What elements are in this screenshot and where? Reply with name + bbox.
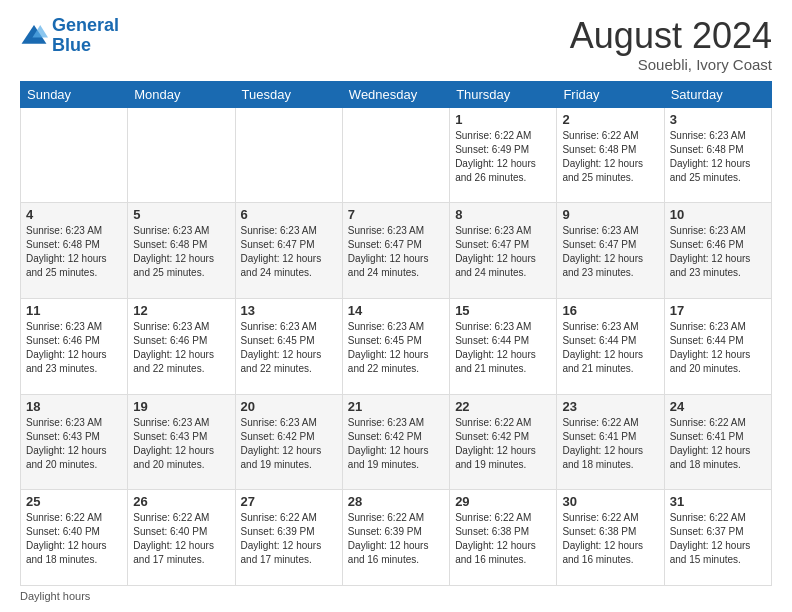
day-number: 2 <box>562 112 658 127</box>
day-info: Sunrise: 6:22 AM Sunset: 6:40 PM Dayligh… <box>133 511 229 567</box>
day-info: Sunrise: 6:22 AM Sunset: 6:39 PM Dayligh… <box>348 511 444 567</box>
day-info: Sunrise: 6:23 AM Sunset: 6:44 PM Dayligh… <box>562 320 658 376</box>
day-number: 20 <box>241 399 337 414</box>
col-header-tuesday: Tuesday <box>235 81 342 107</box>
day-number: 9 <box>562 207 658 222</box>
day-info: Sunrise: 6:23 AM Sunset: 6:48 PM Dayligh… <box>670 129 766 185</box>
calendar-cell: 24Sunrise: 6:22 AM Sunset: 6:41 PM Dayli… <box>664 394 771 490</box>
day-number: 13 <box>241 303 337 318</box>
col-header-monday: Monday <box>128 81 235 107</box>
day-number: 14 <box>348 303 444 318</box>
calendar-table: SundayMondayTuesdayWednesdayThursdayFrid… <box>20 81 772 586</box>
day-number: 11 <box>26 303 122 318</box>
day-info: Sunrise: 6:23 AM Sunset: 6:47 PM Dayligh… <box>455 224 551 280</box>
day-info: Sunrise: 6:23 AM Sunset: 6:46 PM Dayligh… <box>133 320 229 376</box>
day-info: Sunrise: 6:22 AM Sunset: 6:41 PM Dayligh… <box>670 416 766 472</box>
day-number: 27 <box>241 494 337 509</box>
day-info: Sunrise: 6:23 AM Sunset: 6:44 PM Dayligh… <box>455 320 551 376</box>
calendar-cell: 20Sunrise: 6:23 AM Sunset: 6:42 PM Dayli… <box>235 394 342 490</box>
day-number: 31 <box>670 494 766 509</box>
day-info: Sunrise: 6:23 AM Sunset: 6:45 PM Dayligh… <box>241 320 337 376</box>
calendar-cell: 7Sunrise: 6:23 AM Sunset: 6:47 PM Daylig… <box>342 203 449 299</box>
location: Souebli, Ivory Coast <box>570 56 772 73</box>
day-number: 30 <box>562 494 658 509</box>
calendar-cell: 6Sunrise: 6:23 AM Sunset: 6:47 PM Daylig… <box>235 203 342 299</box>
logo: General Blue <box>20 16 119 56</box>
logo-general: General <box>52 15 119 35</box>
day-number: 8 <box>455 207 551 222</box>
day-info: Sunrise: 6:22 AM Sunset: 6:40 PM Dayligh… <box>26 511 122 567</box>
col-header-saturday: Saturday <box>664 81 771 107</box>
day-info: Sunrise: 6:23 AM Sunset: 6:48 PM Dayligh… <box>26 224 122 280</box>
daylight-label: Daylight hours <box>20 590 90 602</box>
day-number: 19 <box>133 399 229 414</box>
logo-icon <box>20 22 48 50</box>
col-header-sunday: Sunday <box>21 81 128 107</box>
calendar-cell: 3Sunrise: 6:23 AM Sunset: 6:48 PM Daylig… <box>664 107 771 203</box>
logo-blue: Blue <box>52 36 119 56</box>
day-info: Sunrise: 6:23 AM Sunset: 6:43 PM Dayligh… <box>26 416 122 472</box>
day-number: 25 <box>26 494 122 509</box>
calendar-cell <box>235 107 342 203</box>
day-number: 6 <box>241 207 337 222</box>
day-number: 10 <box>670 207 766 222</box>
calendar-cell: 26Sunrise: 6:22 AM Sunset: 6:40 PM Dayli… <box>128 490 235 586</box>
calendar-cell: 1Sunrise: 6:22 AM Sunset: 6:49 PM Daylig… <box>450 107 557 203</box>
calendar-week-2: 11Sunrise: 6:23 AM Sunset: 6:46 PM Dayli… <box>21 298 772 394</box>
col-header-wednesday: Wednesday <box>342 81 449 107</box>
day-info: Sunrise: 6:23 AM Sunset: 6:44 PM Dayligh… <box>670 320 766 376</box>
calendar-cell <box>128 107 235 203</box>
calendar-cell: 15Sunrise: 6:23 AM Sunset: 6:44 PM Dayli… <box>450 298 557 394</box>
calendar-cell: 9Sunrise: 6:23 AM Sunset: 6:47 PM Daylig… <box>557 203 664 299</box>
calendar-cell: 2Sunrise: 6:22 AM Sunset: 6:48 PM Daylig… <box>557 107 664 203</box>
calendar-cell: 12Sunrise: 6:23 AM Sunset: 6:46 PM Dayli… <box>128 298 235 394</box>
day-number: 15 <box>455 303 551 318</box>
header: General Blue August 2024 Souebli, Ivory … <box>20 16 772 73</box>
day-info: Sunrise: 6:23 AM Sunset: 6:42 PM Dayligh… <box>241 416 337 472</box>
day-number: 21 <box>348 399 444 414</box>
day-info: Sunrise: 6:23 AM Sunset: 6:46 PM Dayligh… <box>670 224 766 280</box>
day-number: 22 <box>455 399 551 414</box>
title-block: August 2024 Souebli, Ivory Coast <box>570 16 772 73</box>
logo-text: General Blue <box>52 16 119 56</box>
col-header-friday: Friday <box>557 81 664 107</box>
day-number: 24 <box>670 399 766 414</box>
col-header-thursday: Thursday <box>450 81 557 107</box>
calendar-cell: 23Sunrise: 6:22 AM Sunset: 6:41 PM Dayli… <box>557 394 664 490</box>
calendar-cell: 22Sunrise: 6:22 AM Sunset: 6:42 PM Dayli… <box>450 394 557 490</box>
calendar-cell: 28Sunrise: 6:22 AM Sunset: 6:39 PM Dayli… <box>342 490 449 586</box>
day-info: Sunrise: 6:23 AM Sunset: 6:46 PM Dayligh… <box>26 320 122 376</box>
calendar-cell: 30Sunrise: 6:22 AM Sunset: 6:38 PM Dayli… <box>557 490 664 586</box>
day-info: Sunrise: 6:22 AM Sunset: 6:48 PM Dayligh… <box>562 129 658 185</box>
month-year: August 2024 <box>570 16 772 56</box>
calendar-cell: 8Sunrise: 6:23 AM Sunset: 6:47 PM Daylig… <box>450 203 557 299</box>
day-number: 18 <box>26 399 122 414</box>
calendar-week-4: 25Sunrise: 6:22 AM Sunset: 6:40 PM Dayli… <box>21 490 772 586</box>
calendar-cell: 29Sunrise: 6:22 AM Sunset: 6:38 PM Dayli… <box>450 490 557 586</box>
day-number: 5 <box>133 207 229 222</box>
day-number: 4 <box>26 207 122 222</box>
page: General Blue August 2024 Souebli, Ivory … <box>0 0 792 612</box>
day-number: 23 <box>562 399 658 414</box>
day-info: Sunrise: 6:23 AM Sunset: 6:47 PM Dayligh… <box>348 224 444 280</box>
day-number: 17 <box>670 303 766 318</box>
calendar-cell: 14Sunrise: 6:23 AM Sunset: 6:45 PM Dayli… <box>342 298 449 394</box>
day-number: 3 <box>670 112 766 127</box>
calendar-cell: 10Sunrise: 6:23 AM Sunset: 6:46 PM Dayli… <box>664 203 771 299</box>
calendar-week-3: 18Sunrise: 6:23 AM Sunset: 6:43 PM Dayli… <box>21 394 772 490</box>
day-number: 1 <box>455 112 551 127</box>
calendar-cell: 19Sunrise: 6:23 AM Sunset: 6:43 PM Dayli… <box>128 394 235 490</box>
calendar-cell: 25Sunrise: 6:22 AM Sunset: 6:40 PM Dayli… <box>21 490 128 586</box>
day-number: 16 <box>562 303 658 318</box>
calendar-cell: 18Sunrise: 6:23 AM Sunset: 6:43 PM Dayli… <box>21 394 128 490</box>
calendar-header-row: SundayMondayTuesdayWednesdayThursdayFrid… <box>21 81 772 107</box>
day-number: 26 <box>133 494 229 509</box>
day-info: Sunrise: 6:23 AM Sunset: 6:45 PM Dayligh… <box>348 320 444 376</box>
day-info: Sunrise: 6:23 AM Sunset: 6:47 PM Dayligh… <box>241 224 337 280</box>
day-info: Sunrise: 6:22 AM Sunset: 6:41 PM Dayligh… <box>562 416 658 472</box>
calendar-cell <box>21 107 128 203</box>
day-info: Sunrise: 6:23 AM Sunset: 6:48 PM Dayligh… <box>133 224 229 280</box>
calendar-cell: 21Sunrise: 6:23 AM Sunset: 6:42 PM Dayli… <box>342 394 449 490</box>
calendar-cell: 31Sunrise: 6:22 AM Sunset: 6:37 PM Dayli… <box>664 490 771 586</box>
calendar-cell: 13Sunrise: 6:23 AM Sunset: 6:45 PM Dayli… <box>235 298 342 394</box>
